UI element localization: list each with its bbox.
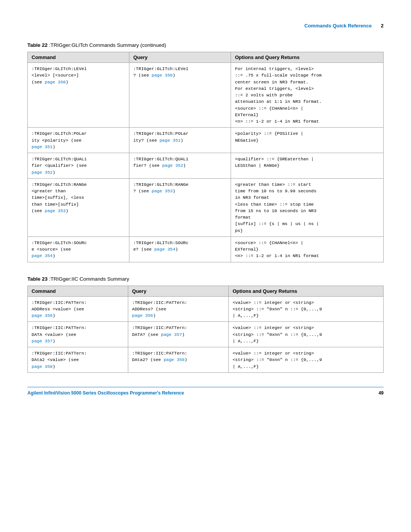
table22: Command Query Options and Query Returns … [27, 52, 384, 262]
page-link[interactable]: page 352 [162, 163, 183, 168]
table23-col-options: Options and Query Returns [229, 286, 384, 296]
page-link[interactable]: page 350 [45, 80, 66, 85]
page-link[interactable]: page 357 [32, 339, 53, 343]
table23-cell-query-0: :TRIGger:IIC:PATTern:ADDRess? (seepage 3… [128, 296, 229, 322]
table22-cell-command-1: :TRIGger:GLITch:POLarity <polarity> (see… [28, 128, 129, 153]
page-link[interactable]: page 350 [152, 73, 173, 78]
footer-left-text: Agilent InfiniiVision 5000 Series Oscill… [27, 390, 184, 396]
table-row: :TRIGger:GLITch:RANGe<greater thantime>[… [28, 178, 384, 236]
table23-cell-options-1: <value> ::= integer or <string><string> … [229, 322, 384, 347]
header-page: 2 [381, 23, 384, 29]
page-link[interactable]: page 354 [154, 247, 175, 252]
table22-cell-command-2: :TRIGger:GLITch:QUALifier <qualifier> (s… [28, 153, 129, 179]
table23-header-row: Command Query Options and Query Returns [28, 286, 384, 296]
table22-cell-options-0: For internal triggers, <level>::= .75 x … [231, 63, 384, 128]
page-link[interactable]: page 354 [32, 253, 53, 258]
table-row: :TRIGger:GLITch:SOURce <source> (seepage… [28, 236, 384, 262]
table23: Command Query Options and Query Returns … [27, 286, 384, 373]
table22-section: Table 22 :TRIGger:GLITch Commands Summar… [27, 42, 384, 262]
page-link[interactable]: page 356 [132, 313, 153, 318]
table22-cell-query-0: :TRIGger:GLITch:LEVel? (see page 350) [129, 63, 231, 128]
table23-cell-options-2: <value> ::= integer or <string><string> … [229, 347, 384, 373]
table22-cell-query-2: :TRIGger:GLITch:QUALifier? (see page 352… [129, 153, 231, 179]
page-link[interactable]: page 351 [32, 144, 53, 149]
table-row: :TRIGger:IIC:PATTern:DATA <value> (seepa… [28, 322, 384, 347]
table23-col-query: Query [128, 286, 229, 296]
table23-title: Table 23 :TRIGger:IIC Commands Summary [27, 276, 384, 282]
table22-title: Table 22 :TRIGger:GLITch Commands Summar… [27, 42, 384, 48]
table22-cell-command-0: :TRIGger:GLITch:LEVel<level> [<source>](… [28, 63, 129, 128]
page-link[interactable]: page 353 [152, 189, 173, 193]
page-link[interactable]: page 351 [159, 138, 180, 143]
page-header: Commands Quick Reference 2 [27, 23, 384, 29]
page-link[interactable]: page 353 [45, 208, 66, 213]
page-footer: Agilent InfiniiVision 5000 Series Oscill… [27, 387, 384, 396]
table22-cell-command-4: :TRIGger:GLITch:SOURce <source> (seepage… [28, 236, 129, 262]
table22-header-row: Command Query Options and Query Returns [28, 52, 384, 63]
table23-cell-command-0: :TRIGger:IIC:PATTern:ADDRess <value> (se… [28, 296, 128, 322]
page-container: Commands Quick Reference 2 Table 22 :TRI… [0, 0, 411, 409]
footer-page-number: 49 [379, 390, 384, 396]
table23-cell-command-2: :TRIGger:IIC:PATTern:DAta2 <value> (seep… [28, 347, 128, 373]
table23-col-command: Command [28, 286, 128, 296]
table23-section: Table 23 :TRIGger:IIC Commands Summary C… [27, 276, 384, 373]
header-title: Commands Quick Reference [304, 23, 372, 29]
table-row: :TRIGger:IIC:PATTern:DAta2 <value> (seep… [28, 347, 384, 373]
page-link[interactable]: page 356 [32, 313, 53, 318]
table23-cell-query-1: :TRIGger:IIC:PATTern:DATA? (see page 357… [128, 322, 229, 347]
page-link[interactable]: page 357 [161, 332, 182, 337]
table22-cell-options-4: <source> ::= {CHANnel<n> |EXTernal}<n> :… [231, 236, 384, 262]
page-link[interactable]: page 358 [32, 364, 53, 369]
table23-cell-query-2: :TRIGger:IIC:PATTern:DAta2? (see page 35… [128, 347, 229, 373]
table22-col-command: Command [28, 52, 129, 63]
table-row: :TRIGger:GLITch:QUALifier <qualifier> (s… [28, 153, 384, 179]
page-link[interactable]: page 352 [32, 170, 53, 175]
table22-cell-options-1: <polarity> ::= {POSitive |NEGative} [231, 128, 384, 153]
table22-cell-query-3: :TRIGger:GLITch:RANGe? (see page 353) [129, 178, 231, 236]
table22-col-options: Options and Query Returns [231, 52, 384, 63]
table-row: :TRIGger:GLITch:POLarity <polarity> (see… [28, 128, 384, 153]
table-row: :TRIGger:GLITch:LEVel<level> [<source>](… [28, 63, 384, 128]
page-link[interactable]: page 358 [164, 357, 185, 362]
table22-col-query: Query [129, 52, 231, 63]
table22-cell-options-3: <greater than time> ::= starttime from 1… [231, 178, 384, 236]
table22-cell-query-4: :TRIGger:GLITch:SOURce? (see page 354) [129, 236, 231, 262]
table22-cell-options-2: <qualifier> ::= {GREaterthan |LESSthan |… [231, 153, 384, 179]
table23-cell-options-0: <value> ::= integer or <string><string> … [229, 296, 384, 322]
table22-cell-query-1: :TRIGger:GLITch:POLarity? (see page 351) [129, 128, 231, 153]
table22-cell-command-3: :TRIGger:GLITch:RANGe<greater thantime>[… [28, 178, 129, 236]
table23-cell-command-1: :TRIGger:IIC:PATTern:DATA <value> (seepa… [28, 322, 128, 347]
table-row: :TRIGger:IIC:PATTern:ADDRess <value> (se… [28, 296, 384, 322]
